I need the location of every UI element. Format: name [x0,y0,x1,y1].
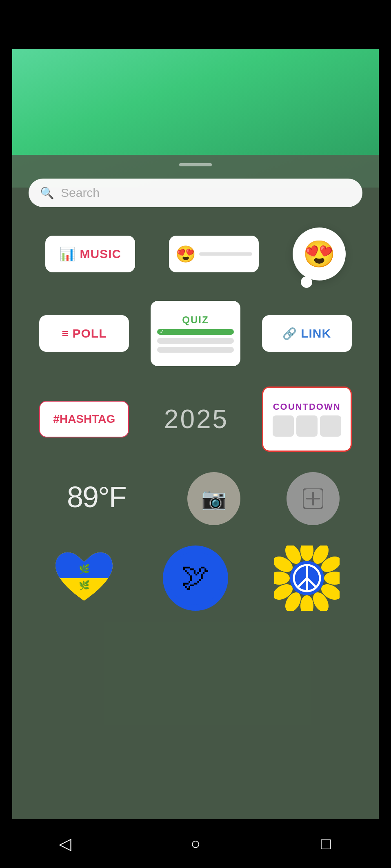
svg-text:🌿: 🌿 [79,563,90,574]
temperature-label: 89°F [67,480,126,514]
year-digit-2: 2 [164,404,179,434]
sticker-row-4: 89°F 📷 [29,472,362,525]
svg-text:🌿: 🌿 [79,580,90,591]
svg-text:🕊: 🕊 [181,561,210,592]
bottom-sticker-row: 🌿 🌿 🕊 [29,546,362,611]
svg-point-15 [300,595,313,611]
music-sticker[interactable]: 📊 MUSIC [45,236,135,272]
emoji-bubble-sticker[interactable]: 😍 [293,227,346,280]
camera-button[interactable]: 📷 [187,472,240,525]
camera-icon: 📷 [201,487,227,510]
music-bars-icon: 📊 [59,246,76,262]
poll-label: POLL [73,327,107,340]
countdown-box-2 [296,415,318,437]
svg-point-18 [274,572,290,585]
year-digit-5: 5 [213,404,227,434]
link-icon: 🔗 [282,327,297,340]
quiz-label: QUIZ [182,314,209,326]
link-sticker[interactable]: 🔗 LINK [262,315,352,352]
poll-icon: ≡ [62,327,68,340]
countdown-sticker[interactable]: COUNTDOWN [262,387,352,452]
peace-dove-sticker[interactable]: 🕊 [163,546,228,611]
bubble-emoji: 😍 [303,239,335,269]
search-icon: 🔍 [40,186,54,200]
countdown-box-3 [320,415,341,437]
quiz-bar-empty-1 [157,338,234,344]
ukraine-heart-sticker[interactable]: 🌿 🌿 [51,546,117,611]
year-sticker[interactable]: 2 0 2 5 [151,401,240,437]
add-sticker-button[interactable] [287,472,340,525]
sunflower-peace-sticker[interactable] [274,546,340,611]
back-icon: ◁ [59,834,71,853]
search-placeholder: Search [61,186,100,200]
slider-emoji: 😍 [176,245,196,264]
sticker-row-2: ≡ POLL QUIZ 🔗 LINK [29,301,362,366]
poll-sticker[interactable]: ≡ POLL [39,315,129,352]
svg-point-12 [324,572,340,585]
pull-handle[interactable] [179,163,212,166]
recent-nav-button[interactable]: □ [311,829,340,858]
sticker-row-1: 📊 MUSIC 😍 😍 [29,227,362,280]
countdown-box-1 [273,415,294,437]
hashtag-sticker[interactable]: #HASHTAG [39,401,129,437]
recent-icon: □ [321,835,331,853]
bottom-nav: ◁ ○ □ [0,819,391,868]
link-label: LINK [301,327,331,340]
year-digit-0: 0 [180,404,195,434]
music-label: MUSIC [80,247,121,261]
countdown-label: COUNTDOWN [273,402,341,412]
top-status-bar [0,0,391,49]
quiz-sticker[interactable]: QUIZ [151,301,240,366]
countdown-boxes [273,415,341,437]
weather-sticker[interactable]: 89°F [51,480,141,517]
svg-point-9 [300,546,313,561]
add-icon [303,488,323,509]
sticker-row-3: #HASHTAG 2 0 2 5 COUNTDOWN [29,387,362,452]
sticker-panel: 🔍 Search 📊 MUSIC 😍 😍 ≡ POLL QUIZ [12,155,379,835]
search-bar[interactable]: 🔍 Search [29,179,362,207]
year-digit-2b: 2 [196,404,211,434]
slider-track [199,252,252,256]
home-icon: ○ [191,835,200,853]
home-nav-button[interactable]: ○ [181,829,210,858]
hashtag-label: #HASHTAG [53,413,115,426]
quiz-bar-filled [157,329,234,335]
emoji-slider-sticker[interactable]: 😍 [169,236,259,272]
back-nav-button[interactable]: ◁ [51,829,80,858]
quiz-bar-empty-2 [157,347,234,353]
